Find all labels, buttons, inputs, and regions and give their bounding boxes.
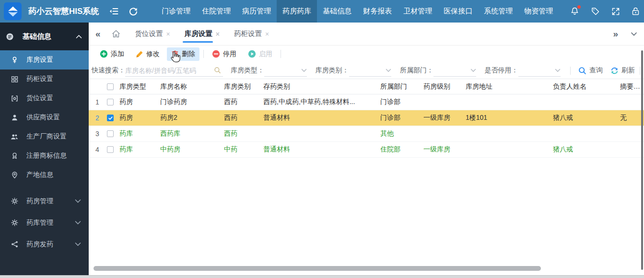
sidebar-item[interactable]: 生产厂商设置	[0, 127, 89, 146]
filter-divider	[640, 67, 640, 75]
query-button[interactable]: 查询	[578, 66, 603, 75]
tab-list-icon[interactable]	[631, 32, 637, 36]
disable-button[interactable]: 停用	[208, 47, 241, 61]
menu-fold-icon[interactable]	[109, 8, 118, 15]
scroll-tabs-left-icon[interactable]: «	[95, 29, 101, 38]
top-nav-item[interactable]: 物资管理	[518, 0, 559, 23]
row-checkbox[interactable]	[107, 115, 114, 121]
table-cell: 药房	[119, 98, 160, 106]
tab[interactable]: 货位设置 ×	[135, 23, 170, 45]
column-header[interactable]: 摘要说明	[620, 82, 644, 91]
table-row[interactable]: 1 药房门诊药房西药西药,中成药,中草药,特殊材料...门诊部	[89, 94, 644, 110]
enable-button[interactable]: 启用	[244, 47, 277, 61]
warehouse-type-select[interactable]	[264, 64, 307, 77]
sidebar-item-label: 药柜设置	[26, 75, 53, 83]
table-cell: 门诊药房	[160, 98, 224, 106]
column-header[interactable]: 库房地址	[466, 82, 553, 91]
sidebar-group[interactable]: 药房发药	[0, 233, 89, 255]
scroll-tabs-right-icon[interactable]: »	[613, 29, 618, 38]
top-nav-item[interactable]: 卫材管理	[398, 0, 438, 23]
top-nav-item[interactable]: 病历管理	[236, 0, 277, 23]
column-header[interactable]: 库房类型	[119, 82, 160, 91]
top-nav-item[interactable]: 门诊管理	[156, 0, 196, 23]
search-icon	[578, 67, 586, 75]
tab[interactable]: 库房设置 ×	[185, 23, 220, 45]
table-cell: 一级库房	[423, 145, 466, 154]
top-nav-item[interactable]: 基础信息	[317, 0, 357, 23]
share-icon	[11, 241, 18, 248]
trademark-icon	[11, 152, 18, 160]
close-icon[interactable]: ×	[216, 30, 220, 38]
sidebar-item-label: 产地信息	[26, 171, 53, 179]
lock-icon[interactable]	[632, 7, 640, 16]
sidebar-group[interactable]: 药房管理	[0, 190, 89, 212]
department-select[interactable]	[433, 64, 476, 77]
close-icon[interactable]: ×	[166, 30, 170, 38]
table-cell: 住院部	[380, 145, 423, 154]
tag-icon[interactable]	[591, 7, 600, 16]
table-cell: 药房2	[160, 114, 224, 122]
top-nav-item[interactable]: 住院管理	[196, 0, 236, 23]
toolbar: 添加 修改 删除 停用 启用	[89, 46, 644, 62]
table-row[interactable]: 4 药库中药房中药普通材料住院部一级库房猪八戒	[89, 142, 644, 158]
column-header[interactable]: 负责人姓名	[553, 82, 620, 91]
search-icon[interactable]	[214, 67, 221, 74]
sidebar-item[interactable]: 注册商标信息	[0, 146, 89, 165]
refresh-icon[interactable]	[129, 7, 138, 16]
table-cell: 西药库	[160, 129, 224, 138]
column-header[interactable]: 所属部门	[380, 82, 423, 91]
column-header[interactable]: 库房类别	[224, 82, 263, 91]
sidebar-item[interactable]: 药柜设置	[0, 70, 89, 89]
column-header[interactable]: 存药类别	[263, 82, 380, 91]
table-cell: 中药	[224, 145, 263, 154]
add-button[interactable]: 添加	[95, 47, 129, 61]
home-icon[interactable]	[111, 29, 121, 38]
play-circle-icon	[248, 50, 256, 58]
is-disabled-select[interactable]	[518, 64, 561, 77]
table-row[interactable]: 2 药房药房2西药普通材料门诊部一级库房1楼101猪八戒无	[89, 110, 644, 126]
sidebar: 基础信息 库房设置 药柜设置 货位设置 供应商设置 生产厂商设置 注册商标信息	[0, 23, 89, 275]
sidebar-item[interactable]: 产地信息	[0, 165, 89, 185]
top-nav-item[interactable]: 财务报表	[357, 0, 398, 23]
sidebar-section-label: 基础信息	[23, 32, 51, 41]
filter-label: 库房类型：	[231, 66, 264, 75]
column-header[interactable]: 库房名称	[160, 82, 224, 91]
top-nav-item[interactable]: 医保接口	[438, 0, 478, 23]
tab[interactable]: 药柜设置 ×	[234, 23, 269, 45]
warehouse-category-select[interactable]	[349, 64, 392, 77]
vertical-scrollbar[interactable]	[641, 50, 643, 270]
row-checkbox[interactable]	[107, 146, 114, 153]
table-cell: 药库	[119, 129, 160, 138]
pencil-icon	[136, 50, 143, 58]
tab-label: 库房设置	[185, 29, 212, 38]
bell-icon[interactable]	[570, 7, 579, 16]
sidebar-item[interactable]: 库房设置	[0, 50, 89, 70]
tab-bar: « 货位设置 × 库房设置 × 药柜设置 × »	[89, 23, 644, 46]
row-checkbox[interactable]	[107, 99, 114, 105]
cabinet-icon	[11, 76, 18, 83]
filter-label: 是否停用：	[485, 66, 518, 75]
horizontal-scrollbar[interactable]	[94, 266, 541, 271]
table-row[interactable]: 3 药库西药库西药其他	[89, 126, 644, 142]
delete-button[interactable]: 删除	[167, 47, 199, 61]
quick-search-input[interactable]	[125, 67, 212, 74]
refresh-button[interactable]: 刷新	[610, 66, 635, 75]
sidebar-item[interactable]: 供应商设置	[0, 108, 89, 127]
app-logo-icon	[4, 2, 22, 20]
top-nav-item[interactable]: 药房药库	[277, 0, 317, 23]
fullscreen-icon[interactable]	[611, 7, 620, 16]
select-all-checkbox[interactable]	[107, 83, 114, 90]
sidebar-group[interactable]: 药库管理	[0, 212, 89, 233]
edit-button[interactable]: 修改	[131, 47, 164, 61]
sidebar-item-label: 注册商标信息	[26, 151, 67, 160]
sidebar-groups: 药房管理 药库管理 药房发药	[0, 190, 89, 255]
minus-circle-icon	[212, 50, 220, 58]
sidebar-item[interactable]: 货位设置	[0, 89, 89, 108]
top-nav-item[interactable]: 系统管理	[478, 0, 518, 23]
column-header[interactable]: 药房级别	[423, 82, 466, 91]
close-icon[interactable]: ×	[265, 30, 269, 38]
row-checkbox[interactable]	[107, 130, 114, 137]
sidebar-section-basic-info[interactable]: 基础信息	[0, 23, 89, 50]
toolbar-divider	[203, 50, 204, 58]
top-nav: 门诊管理住院管理病历管理药房药库基础信息财务报表卫材管理医保接口系统管理物资管理	[156, 0, 559, 23]
